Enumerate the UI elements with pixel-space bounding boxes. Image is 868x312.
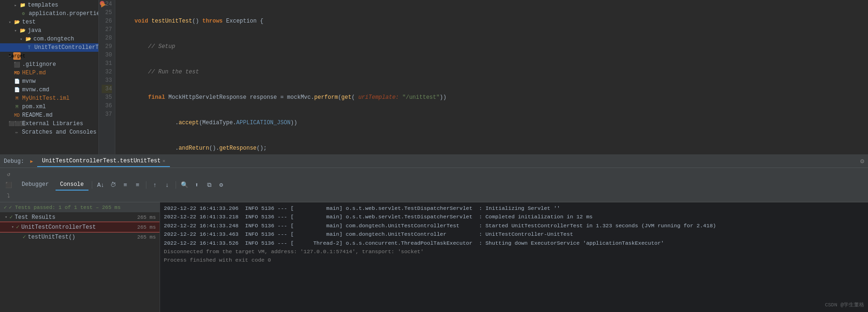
scratch-icon: ✏ xyxy=(13,128,21,136)
sidebar-item-mvnw[interactable]: 📄 mvnw xyxy=(0,77,98,86)
line-35: 35 xyxy=(102,93,112,102)
sep2 xyxy=(146,181,146,189)
line-36: 36 xyxy=(102,102,112,110)
sidebar: 📁 templates ⚙ application.properties 📂 t… xyxy=(0,0,99,154)
sidebar-item-HELP-md[interactable]: MD HELP.md xyxy=(0,69,98,77)
settings-btn[interactable]: ⚙ xyxy=(216,180,226,190)
sep1 xyxy=(92,181,92,189)
folder-open-icon: 📂 xyxy=(19,27,26,34)
pass-icon: ✓ xyxy=(9,214,13,221)
debug-tab-unittest[interactable]: UnitTestControllerTest.testUnitTest ✕ xyxy=(37,156,170,167)
properties-icon: ⚙ xyxy=(20,10,27,17)
file-icon: 📄 xyxy=(13,78,21,85)
close-tab-icon[interactable]: ✕ xyxy=(162,158,165,164)
sidebar-item-MyUnitTest-iml[interactable]: M MyUnitTest.iml xyxy=(0,94,98,103)
stop-btn[interactable]: ⬛ xyxy=(4,180,13,190)
file-icon: 📄 xyxy=(13,86,21,94)
code-line-24: void testUnitTest() throws Exception { xyxy=(119,17,864,25)
restore-btn[interactable]: ⤵ xyxy=(4,191,13,200)
test-item-controller[interactable]: ✓ UnitTestControllerTest 265 ms xyxy=(0,222,160,232)
prev-btn[interactable]: ↑ xyxy=(150,180,160,190)
test-label: testUnitTest() xyxy=(28,234,75,240)
folder-icon: 📁 xyxy=(19,1,26,9)
sidebar-item-templates[interactable]: 📁 templates xyxy=(0,1,98,9)
tab-console[interactable]: Console xyxy=(56,179,88,191)
debug-tab-bar: Debug: ▶ UnitTestControllerTest.testUnit… xyxy=(0,155,868,168)
line-29: 29 xyxy=(102,42,112,51)
target-folder-icon: target xyxy=(13,52,21,60)
collapse-btn[interactable]: ≡ xyxy=(132,180,143,190)
console-line-7: Disconnected from the target VM, address… xyxy=(164,248,864,256)
pass-icon: ✓ xyxy=(16,224,19,231)
line-30: 30 xyxy=(102,51,112,59)
md-icon: MD xyxy=(13,69,21,77)
sidebar-item-external-libraries[interactable]: ⬛⬛⬛ External Libraries xyxy=(0,120,98,128)
sidebar-item-test[interactable]: 📂 test xyxy=(0,18,98,26)
code-area[interactable]: void testUnitTest() throws Exception { /… xyxy=(115,0,868,154)
chevron-icon xyxy=(4,215,8,220)
open-suites-btn[interactable]: ⧉ xyxy=(204,180,214,190)
sort-dur-btn[interactable]: ⏱ xyxy=(108,180,118,190)
debug-toolbar: ↺ ⬛ ⤵ Debugger Console A↓ ⏱ ≡ ≡ ↑ ↓ 🔍 ⬆ … xyxy=(0,168,868,202)
sidebar-item-target[interactable]: target xyxy=(0,52,98,60)
sidebar-item-application-properties[interactable]: ⚙ application.properties xyxy=(0,9,98,18)
search-btn[interactable]: 🔍 xyxy=(179,180,190,190)
chevron-icon xyxy=(8,20,12,24)
sidebar-item-mvnw-cmd[interactable]: 📄 mvnw.cmd xyxy=(0,86,98,94)
debug-panel: Debug: ▶ UnitTestControllerTest.testUnit… xyxy=(0,154,868,312)
sidebar-item-scratches[interactable]: ✏ Scratches and Consoles xyxy=(0,128,98,136)
ext-lib-icon: ⬛⬛⬛ xyxy=(13,120,21,128)
debug-content: ✓ ✓ Tests passed: 1 of 1 test – 265 ms ✓… xyxy=(0,202,868,312)
code-line-27: final MockHttpServletResponse response =… xyxy=(119,93,864,102)
gitignore-icon: ⬛ xyxy=(13,61,21,68)
sidebar-item-UnitTestControllerTest[interactable]: T UnitTestControllerTest xyxy=(0,43,98,52)
debug-run-icon: ▶ xyxy=(28,158,35,165)
console-panel[interactable]: 2022-12-22 16:41:33.206 INFO 5136 --- [ … xyxy=(160,202,868,312)
console-line-5: 2022-12-22 16:41:33.526 INFO 5136 --- [ … xyxy=(164,239,864,248)
sep3 xyxy=(176,181,176,189)
line-33: 33 xyxy=(102,76,112,85)
console-line-4: 2022-12-22 16:41:33.463 INFO 5136 --- [ … xyxy=(164,230,864,239)
iml-icon: M xyxy=(13,95,21,102)
console-line-2: 2022-12-22 16:41:33.218 INFO 5136 --- [ … xyxy=(164,213,864,221)
run-marker xyxy=(101,2,106,8)
next-btn[interactable]: ↓ xyxy=(162,180,172,190)
watermark: CSDN @学生董格 xyxy=(825,301,864,308)
sidebar-item-com-dongtech[interactable]: 📂 com.dongtech xyxy=(0,35,98,43)
code-line-25: // Setup xyxy=(119,42,864,51)
export-btn[interactable]: ⬆ xyxy=(192,180,202,190)
editor: 24 25 26 27 28 29 30 31 32 33 34 35 36 3… xyxy=(99,0,868,154)
test-time: 265 ms xyxy=(137,224,156,230)
sidebar-item-pom-xml[interactable]: M pom.xml xyxy=(0,103,98,111)
test-time: 265 ms xyxy=(137,215,156,220)
folder-open-icon: 📂 xyxy=(24,35,32,43)
sidebar-item-java[interactable]: 📂 java xyxy=(0,26,98,35)
sidebar-item-gitignore[interactable]: ⬛ .gitignore xyxy=(0,60,98,69)
side-icons-panel: ↺ ⬛ ⤵ xyxy=(4,169,13,200)
test-item-unit-test[interactable]: ✓ testUnitTest() 265 ms xyxy=(0,232,160,242)
line-numbers: 24 25 26 27 28 29 30 31 32 33 34 35 36 3… xyxy=(99,0,115,154)
chevron-icon xyxy=(13,28,18,33)
sort-alpha-btn[interactable]: A↓ xyxy=(96,180,106,190)
debug-label: Debug: xyxy=(4,158,24,165)
pass-icon: ✓ xyxy=(23,233,26,240)
line-25: 25 xyxy=(102,8,112,17)
line-32: 32 xyxy=(102,68,112,76)
check-icon: ✓ xyxy=(4,204,7,210)
rerun-btn[interactable]: ↺ xyxy=(4,169,13,179)
tab-debugger[interactable]: Debugger xyxy=(17,179,54,191)
chevron-icon xyxy=(13,3,18,8)
expand-btn[interactable]: ≡ xyxy=(120,180,130,190)
test-item-root[interactable]: ✓ Test Results 265 ms xyxy=(0,212,160,222)
folder-open-icon: 📂 xyxy=(13,18,21,26)
line-37: 37 xyxy=(102,110,112,119)
chevron-icon xyxy=(10,225,15,230)
sidebar-item-README-md[interactable]: MD README.md xyxy=(0,111,98,120)
line-27: 27 xyxy=(102,25,112,34)
test-label: UnitTestControllerTest xyxy=(21,224,96,231)
readme-icon: MD xyxy=(13,112,21,119)
line-31: 31 xyxy=(102,59,112,68)
settings-icon[interactable]: ⚙ xyxy=(860,157,864,165)
test-status-text: ✓ Tests passed: 1 of 1 test – 265 ms xyxy=(9,204,121,210)
code-line-29: .andReturn().getResponse(); xyxy=(119,144,864,152)
